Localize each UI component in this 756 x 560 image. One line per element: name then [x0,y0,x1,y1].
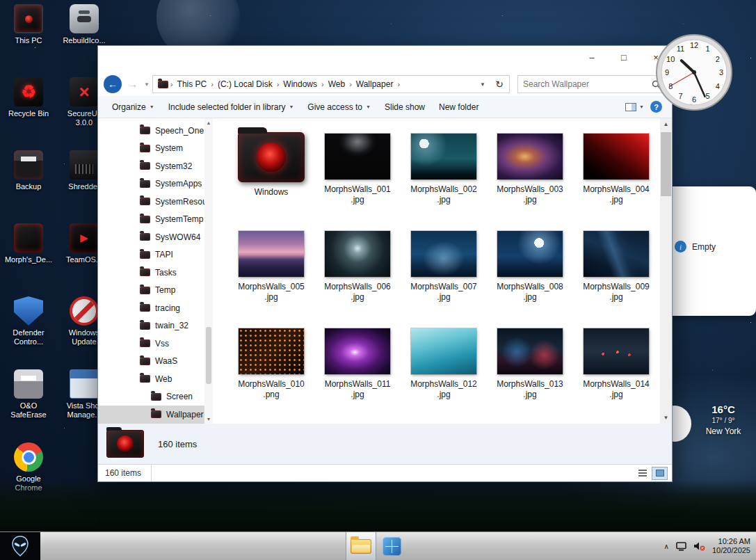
tree-item-systemapps[interactable]: SystemApps [98,175,213,193]
tree-item-waas[interactable]: WaaS [98,353,213,371]
file-thumbnail [239,231,304,277]
tree-item-system[interactable]: System [98,140,213,158]
taskbar-explorer-button[interactable] [346,532,376,560]
address-bar[interactable]: ›This PC›(C:) Local Disk›Windows›Web›Wal… [152,75,510,93]
file-item-windows[interactable]: Windows [228,128,314,225]
desktop-icon-this-pc[interactable]: This PC [4,4,53,45]
desktop-icon-defender-contro[interactable]: Defender Contro... [4,296,53,346]
tray-clock[interactable]: 10:26 AM 10/20/2025 [712,537,750,555]
desktop-icon-morph-s-de[interactable]: Morph's_De... [4,223,53,264]
tree-item-syswow64[interactable]: SysWOW64 [98,228,213,246]
file-item-morphswalls-011-jpg[interactable]: MorphsWalls_011.jpg [314,323,401,420]
grass-silhouette [0,480,756,531]
desktop-icon-rebuildico[interactable]: RebuildIco... [60,4,108,45]
file-item-morphswalls-013-jpg[interactable]: MorphsWalls_013.jpg [487,323,573,420]
tree-item-label: SystemTemp [155,214,203,224]
weather-temperature: 16°C [693,403,754,415]
file-name: MorphsWalls_001.jpg [324,184,391,205]
toolbar-include-selected-folder-in-library[interactable]: Include selected folder in library▼ [161,96,301,118]
file-item-morphswalls-014-jpg[interactable]: MorphsWalls_014.jpg [573,323,659,420]
thumbnails-view-button[interactable] [652,467,668,480]
address-dropdown-icon[interactable]: ▼ [476,81,489,88]
desktop-icon-recycle-bin[interactable]: ♻Recycle Bin [4,77,53,118]
start-button[interactable] [0,532,40,560]
toolbar-give-access-to[interactable]: Give access to▼ [300,96,378,118]
file-item-morphswalls-003-jpg[interactable]: MorphsWalls_003.jpg [487,128,573,225]
toolbar-new-folder[interactable]: New folder [432,96,485,118]
folder-icon [140,145,150,152]
file-item-morphswalls-001-jpg[interactable]: MorphsWalls_001.jpg [314,128,401,225]
file-name: MorphsWalls_002.jpg [410,184,477,205]
back-button[interactable]: ← [104,75,122,93]
clock-numeral: 3 [719,68,723,77]
breadcrumb-item-this-pc[interactable]: This PC [173,79,211,89]
chrome-icon [14,442,43,472]
tree-scroll-down-icon[interactable]: ▼ [207,417,211,422]
details-view-button[interactable] [634,467,650,480]
file-item-morphswalls-005-jpg[interactable]: MorphsWalls_005.jpg [228,225,314,323]
file-item-morphswalls-009-jpg[interactable]: MorphsWalls_009.jpg [573,225,659,323]
tree-scrollbar[interactable]: ▲ ▼ [204,118,213,424]
file-item-morphswalls-006-jpg[interactable]: MorphsWalls_006.jpg [314,225,401,323]
tree-item-temp[interactable]: Temp [98,282,213,300]
desktop-icon-label: RebuildIco... [63,36,105,45]
files-scroll-down-icon[interactable]: ▼ [663,415,669,421]
files-scrollbar[interactable]: ▲ ▼ [660,118,672,424]
tree-item-vss[interactable]: Vss [98,335,213,353]
search-box[interactable] [517,75,666,93]
title-bar[interactable]: – □ × [98,46,672,72]
files-scroll-up-icon[interactable]: ▲ [663,121,669,127]
file-name: MorphsWalls_004.jpg [583,184,650,205]
tree-item-tracing[interactable]: tracing [98,299,213,317]
tree-item-label: SystemApps [155,179,202,189]
volume-muted-icon[interactable] [693,541,705,551]
folder-icon [140,180,150,188]
file-item-morphswalls-002-jpg[interactable]: MorphsWalls_002.jpg [401,128,487,225]
preview-pane-button[interactable]: ▼ [625,103,644,111]
toolbar-slide-show[interactable]: Slide show [378,96,432,118]
desktop-icon-backup[interactable]: Backup [4,150,53,191]
tree-scrollbar-thumb[interactable] [206,327,211,384]
breadcrumb-item-web[interactable]: Web [324,79,349,89]
toolbar-organize[interactable]: Organize▼ [105,96,161,118]
tree-item-wallpaper[interactable]: Wallpaper [98,406,213,424]
breadcrumb-item-windows[interactable]: Windows [279,79,321,89]
tree-scroll-up-icon[interactable]: ▲ [207,120,211,125]
breadcrumb-item-c-local-disk[interactable]: (C:) Local Disk [214,79,277,89]
folder-icon [140,322,150,330]
tree-item-speech-one[interactable]: Speech_One [98,122,213,140]
maximize-button[interactable]: □ [608,46,640,68]
tree-item-systemtemp[interactable]: SystemTemp [98,211,213,229]
file-item-morphswalls-010-png[interactable]: MorphsWalls_010.png [228,323,314,420]
minimize-button[interactable]: – [576,46,608,68]
file-item-morphswalls-008-jpg[interactable]: MorphsWalls_008.jpg [487,225,573,323]
network-icon[interactable] [676,542,686,551]
desktop-icon-o-o-safeerase[interactable]: O&O SafeErase [4,369,53,419]
tree-item-web[interactable]: Web [98,370,213,388]
tree-item-screen[interactable]: Screen [98,388,213,406]
tray-expand-icon[interactable]: ∧ [664,543,669,550]
history-dropdown-icon[interactable]: ▼ [144,81,150,88]
taskbar-app-button[interactable] [376,532,407,560]
flyout-label: Empty [692,242,716,252]
file-item-morphswalls-012-jpg[interactable]: MorphsWalls_012.jpg [401,323,487,420]
tree-item-system32[interactable]: System32 [98,157,213,175]
tree-item-label: Vss [155,339,169,349]
tree-item-twain-32[interactable]: twain_32 [98,317,213,335]
forward-button[interactable]: → [124,76,141,93]
tree-item-label: Speech_One [155,126,204,136]
printer-icon [14,150,43,179]
file-item-morphswalls-004-jpg[interactable]: MorphsWalls_004.jpg [573,128,659,225]
file-thumbnail [411,231,476,277]
tree-item-tapi[interactable]: TAPI [98,246,213,264]
tree-item-tasks[interactable]: Tasks [98,264,213,282]
status-bar: 160 items [98,464,672,481]
clock-numeral: 11 [677,45,684,53]
files-scrollbar-thumb[interactable] [661,132,671,196]
tree-item-systemresou[interactable]: SystemResou [98,193,213,211]
folder-icon [140,162,150,170]
file-item-morphswalls-007-jpg[interactable]: MorphsWalls_007.jpg [401,225,487,323]
refresh-icon[interactable]: ↻ [491,79,508,90]
search-input[interactable] [523,79,652,89]
breadcrumb-item-wallpaper[interactable]: Wallpaper [352,79,398,89]
